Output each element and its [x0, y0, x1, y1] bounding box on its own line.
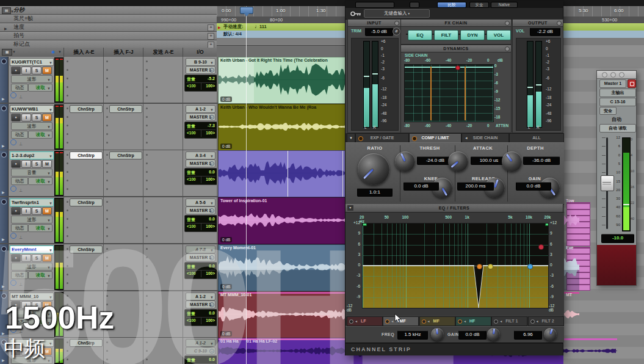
track-selector-icon[interactable]	[1, 106, 7, 111]
insert-slot[interactable]	[146, 162, 148, 164]
mute-button[interactable]: M	[42, 67, 52, 75]
insert-slot[interactable]	[106, 60, 108, 62]
timebase-icon[interactable]: ⊥	[19, 142, 23, 147]
ratio-value[interactable]: 1.0:1	[357, 188, 393, 197]
add-tempo-button[interactable]: +	[208, 24, 214, 31]
record-button[interactable]: ●	[11, 114, 21, 122]
trim-value[interactable]: -5.0 dB	[365, 27, 393, 36]
volume-pan-display[interactable]: 音量-5.2<100100>	[184, 75, 217, 92]
input-monitor-button[interactable]: I	[21, 114, 31, 122]
side-chain-graph[interactable]	[404, 64, 494, 122]
insert-plugin-button[interactable]: ChnStrp	[70, 151, 103, 159]
safe-button[interactable]: 安全	[469, 2, 489, 8]
insert-slot[interactable]	[146, 60, 148, 62]
chevron-down-icon[interactable]: ▼	[58, 50, 62, 54]
insert-slot[interactable]	[106, 133, 108, 135]
phase-invert-button[interactable]: ø	[393, 27, 400, 35]
insert-slot[interactable]	[106, 142, 108, 144]
insert-slot[interactable]	[146, 125, 148, 126]
band-power-icon[interactable]	[349, 319, 353, 324]
plugin-menu-icon[interactable]	[410, 2, 419, 8]
insert-slot[interactable]	[67, 154, 68, 156]
master-volume-readout[interactable]: -10.0	[601, 234, 634, 243]
insert-slot[interactable]	[67, 171, 68, 173]
tab-all[interactable]: ALL	[509, 133, 564, 143]
tab-side-chain[interactable]: SIDE CHAIN◂	[461, 133, 509, 143]
insert-slot[interactable]	[146, 209, 148, 211]
track-name[interactable]: KUGIRTT(TC1▼	[10, 58, 54, 66]
master-output-channel[interactable]: C 15-16	[599, 98, 636, 106]
keyboard-focus-dropdown[interactable]: 无键盘输入 ▾	[364, 9, 430, 18]
insert-slot[interactable]	[106, 95, 108, 96]
eq-band-point[interactable]	[538, 244, 544, 250]
insert-slot[interactable]	[106, 69, 108, 71]
tab-exp-gate[interactable]: EXP / GATE	[355, 133, 409, 143]
fx-chain-button-vol[interactable]: VOL	[487, 30, 511, 40]
master-title-bar[interactable]	[597, 71, 636, 79]
track-name[interactable]: 1-2-3.dup2▼	[10, 151, 54, 159]
tab-comp-limit[interactable]: COMP / LIMIT	[409, 133, 461, 143]
insert-slot[interactable]	[146, 86, 148, 88]
depth-line[interactable]	[465, 67, 466, 120]
gain-knob[interactable]	[487, 328, 500, 341]
band-tab-filt-1[interactable]: ◂FILT 1	[491, 316, 527, 326]
master-track-selector[interactable]: Master 1	[599, 79, 626, 88]
plugin-format-button[interactable]: Native	[491, 2, 518, 8]
output-selector[interactable]: A 3-4▼	[186, 151, 215, 159]
column-header-inserts-fj[interactable]: 插入 F-J	[103, 48, 143, 57]
insert-plugin-button[interactable]: ChnStrp	[109, 105, 142, 113]
compare-button[interactable]: 比较	[437, 2, 466, 8]
insert-slot[interactable]	[67, 78, 68, 79]
automation-button[interactable]: 动态	[11, 177, 28, 185]
insert-slot[interactable]	[67, 209, 68, 211]
insert-slot[interactable]	[67, 201, 68, 203]
ratio-knob[interactable]	[358, 153, 389, 185]
insert-slot[interactable]	[146, 69, 148, 71]
input-monitor-button[interactable]: I	[21, 160, 31, 168]
mute-button[interactable]: M	[42, 114, 52, 122]
band-tab-lf[interactable]: ◂LF	[347, 316, 383, 326]
fx-chain-button-filt[interactable]: FILT	[434, 30, 458, 40]
freq-value[interactable]: 1.5 kHz	[397, 330, 428, 340]
plugin-title-bar[interactable]: 比较 安全 Native	[346, 1, 563, 8]
band-power-icon[interactable]	[385, 319, 389, 324]
volume-pan-display[interactable]: 音量0.0<100100>	[184, 168, 217, 185]
insert-plugin-button[interactable]: ChnStrp	[70, 105, 103, 113]
insert-slot[interactable]	[146, 154, 148, 156]
column-header-inserts-ae[interactable]: 插入 A-E	[63, 48, 104, 57]
input-monitor-button[interactable]: I	[21, 67, 31, 75]
insert-slot[interactable]	[146, 78, 148, 79]
insert-slot[interactable]	[67, 86, 68, 88]
insert-plugin-button[interactable]: ChnStrp	[109, 151, 142, 159]
depth-value[interactable]: -36.0 dB	[523, 156, 560, 165]
insert-slot[interactable]	[67, 116, 68, 118]
window-dot-icon[interactable]	[610, 72, 616, 78]
gain-value[interactable]: 0.0 dB	[458, 330, 487, 340]
elastic-audio-icon[interactable]	[10, 186, 16, 192]
solo-button[interactable]: S	[32, 207, 42, 215]
insert-slot[interactable]	[67, 180, 68, 181]
elastic-audio-icon[interactable]	[10, 139, 16, 145]
automation-mode[interactable]: 读取▼	[28, 177, 52, 185]
threshold-line[interactable]	[430, 67, 432, 120]
insert-slot[interactable]	[67, 133, 68, 135]
tabs-collapse-button[interactable]: ▾	[347, 133, 355, 143]
collapse-button[interactable]: ▾	[347, 205, 353, 211]
eq-band-point[interactable]	[488, 264, 493, 269]
timebase-icon[interactable]: ⊥	[19, 95, 23, 100]
bus-selector[interactable]: MASTER 1+	[186, 159, 215, 167]
insert-slot[interactable]	[146, 95, 148, 96]
depth-knob[interactable]	[502, 151, 522, 172]
insert-slot[interactable]	[146, 116, 148, 118]
eq-band-point[interactable]	[527, 264, 533, 269]
output-selector[interactable]: B 9-10▼	[186, 58, 215, 66]
elastic-audio-icon[interactable]	[10, 92, 16, 98]
track-view-selector[interactable]: 波形▼	[11, 75, 52, 83]
timebase-icon[interactable]: ⊥	[19, 188, 23, 193]
info-icon[interactable]: ◉	[51, 49, 55, 54]
insert-slot[interactable]	[146, 180, 148, 181]
track-minimize-arrow[interactable]: ▶	[2, 190, 5, 194]
ruler-row-meter[interactable]: 拍号 +	[0, 32, 217, 40]
insert-slot[interactable]	[106, 86, 108, 88]
band-power-icon[interactable]	[458, 319, 462, 324]
